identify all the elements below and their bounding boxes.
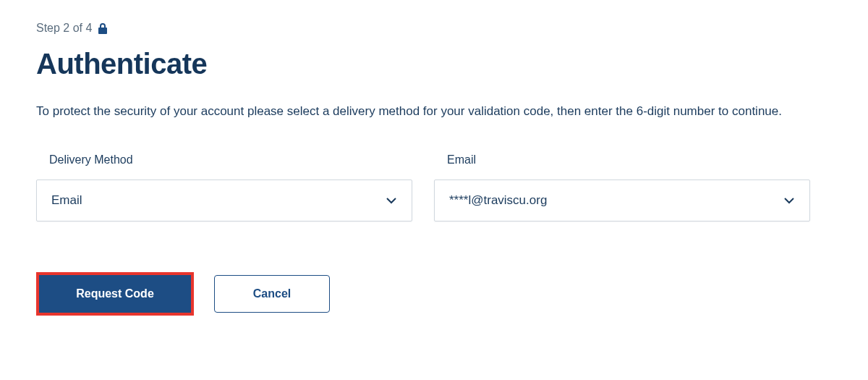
request-code-highlight: Request Code	[36, 272, 194, 316]
step-indicator: Step 2 of 4	[36, 22, 832, 35]
email-value: ****l@traviscu.org	[449, 193, 547, 208]
email-select[interactable]: ****l@traviscu.org	[434, 180, 810, 221]
page-title: Authenticate	[36, 48, 832, 80]
email-group: Email ****l@traviscu.org	[434, 153, 810, 221]
delivery-method-label: Delivery Method	[36, 153, 412, 166]
instructions-text: To protect the security of your account …	[36, 102, 832, 121]
delivery-method-group: Delivery Method Email	[36, 153, 412, 221]
cancel-button[interactable]: Cancel	[214, 275, 330, 313]
button-row: Request Code Cancel	[36, 272, 832, 316]
request-code-button[interactable]: Request Code	[39, 275, 191, 313]
chevron-down-icon	[386, 197, 397, 204]
form-row: Delivery Method Email Email ****l@travis…	[36, 153, 832, 221]
chevron-down-icon	[783, 197, 795, 204]
lock-icon	[98, 22, 108, 34]
step-label: Step 2 of 4	[36, 22, 92, 35]
delivery-method-value: Email	[51, 193, 82, 208]
delivery-method-select[interactable]: Email	[36, 180, 412, 221]
email-label: Email	[434, 153, 810, 166]
